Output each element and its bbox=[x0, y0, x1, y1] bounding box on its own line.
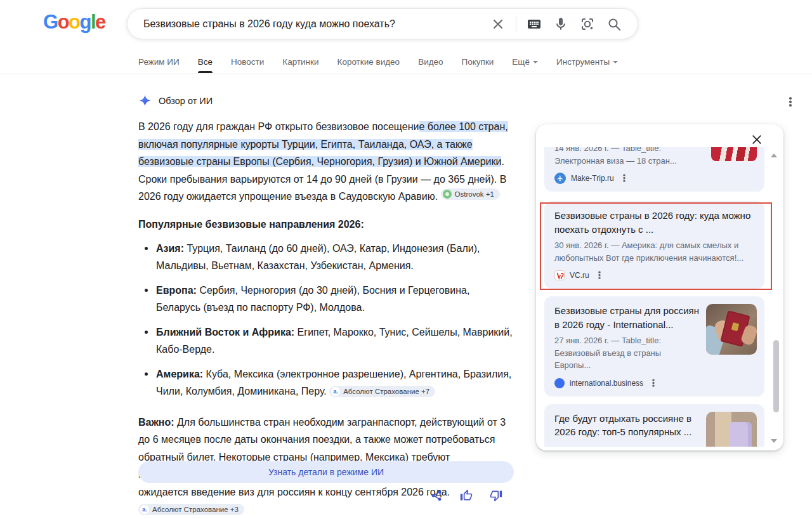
source-card[interactable]: 14 янв. 2026 г. — Table_title: Электронн… bbox=[544, 147, 764, 192]
card-source-row: VC.ru bbox=[554, 270, 754, 281]
card-title[interactable]: Безвизовые страны для россиян в 2026 год… bbox=[554, 304, 699, 331]
thumbnail-image bbox=[706, 412, 757, 447]
list-item: Европа: Сербия, Черногория (до 30 дней),… bbox=[138, 282, 514, 317]
source-card[interactable]: Безвизовые страны для россиян в 2026 год… bbox=[544, 296, 764, 397]
divider bbox=[516, 16, 516, 32]
source-card-clipped: 14 янв. 2026 г. — Table_title: Электронн… bbox=[544, 147, 764, 194]
ai-overview-paragraph: В 2026 году для граждан РФ открыто безви… bbox=[138, 118, 514, 206]
logo-letter: o bbox=[69, 11, 79, 33]
ai-overview-header: Обзор от ИИ bbox=[138, 94, 514, 107]
citation-chip-ostrovok[interactable]: Ostrovok +1 bbox=[441, 188, 500, 200]
card-snippet: 14 янв. 2026 г. — Table_title: Электронн… bbox=[554, 147, 707, 167]
card-menu-button[interactable] bbox=[595, 271, 603, 280]
card-title[interactable]: Безвизовые страны в 2026 году: куда можн… bbox=[554, 209, 754, 236]
logo-letter: l bbox=[91, 11, 95, 33]
logo-letter: e bbox=[95, 11, 105, 33]
tab-short-videos[interactable]: Короткие видео bbox=[337, 57, 400, 67]
thumbs-up-icon[interactable] bbox=[460, 489, 473, 502]
ostrovok-favicon-icon bbox=[443, 190, 452, 199]
citation-chip-absolut-2[interactable]: a.Абсолют Страхование +3 bbox=[138, 504, 244, 515]
card-source-row: Make-Trip.ru bbox=[554, 173, 754, 184]
maketrip-favicon-icon bbox=[554, 173, 566, 184]
search-input[interactable]: Безвизовые страны в 2026 году куда можно… bbox=[143, 18, 485, 30]
feedback-actions bbox=[138, 489, 514, 502]
list-item: Америка: Куба, Мексика (электронное разр… bbox=[138, 365, 514, 400]
chevron-down-icon bbox=[533, 61, 538, 63]
ai-mode-details-button[interactable]: Узнать детали в режиме ИИ bbox=[138, 461, 514, 483]
thumbnail-image bbox=[711, 147, 757, 161]
source-cards: 14 янв. 2026 г. — Table_title: Электронн… bbox=[544, 147, 764, 447]
tab-all[interactable]: Все bbox=[198, 57, 213, 67]
list-item: Азия: Турция, Таиланд (до 60 дней), ОАЭ,… bbox=[138, 240, 514, 275]
card-thumbnail[interactable] bbox=[711, 147, 757, 161]
tab-images[interactable]: Картинки bbox=[282, 57, 318, 67]
tab-more[interactable]: Ещё bbox=[512, 57, 538, 67]
tab-ai-mode[interactable]: Режим ИИ bbox=[138, 57, 180, 67]
section-subheading: Популярные безвизовые направления 2026: bbox=[138, 219, 514, 230]
lens-icon[interactable] bbox=[580, 16, 595, 32]
tab-tools[interactable]: Инструменты bbox=[556, 57, 618, 67]
list-item: Ближний Восток и Африка: Египет, Марокко… bbox=[138, 324, 514, 358]
chevron-down-icon bbox=[613, 61, 618, 63]
logo-letter: G bbox=[43, 11, 58, 33]
search-bar-icons bbox=[485, 16, 627, 32]
header-divider bbox=[0, 74, 812, 74]
card-title[interactable]: Где будут отдыхать россияне в 2026 году:… bbox=[554, 412, 699, 447]
ai-overview-label: Обзор от ИИ bbox=[159, 96, 213, 106]
card-source-name[interactable]: Make-Trip.ru bbox=[571, 174, 614, 183]
scroll-down-arrow-icon[interactable] bbox=[771, 439, 777, 443]
logo-letter: g bbox=[80, 11, 91, 33]
logo-letter: o bbox=[58, 11, 69, 33]
thumbnail-image bbox=[706, 304, 757, 355]
card-thumbnail[interactable] bbox=[706, 412, 757, 447]
sources-panel: 14 янв. 2026 г. — Table_title: Электронн… bbox=[536, 124, 783, 450]
clear-icon[interactable] bbox=[490, 16, 506, 32]
share-icon[interactable] bbox=[430, 489, 443, 502]
card-menu-button[interactable] bbox=[650, 378, 658, 388]
paragraph-text: В 2026 году для граждан РФ открыто безви… bbox=[138, 121, 419, 132]
tab-shopping[interactable]: Покупки bbox=[462, 57, 494, 67]
tab-news[interactable]: Новости bbox=[231, 57, 264, 67]
card-thumbnail[interactable] bbox=[706, 304, 757, 355]
ai-overview: Обзор от ИИ В 2026 году для граждан РФ о… bbox=[138, 94, 514, 518]
thumbs-down-icon[interactable] bbox=[490, 489, 502, 502]
vcru-favicon-icon bbox=[554, 270, 565, 280]
keyboard-icon[interactable] bbox=[527, 16, 542, 32]
scroll-up-arrow-icon[interactable] bbox=[771, 154, 777, 157]
card-source-name[interactable]: international.business bbox=[570, 379, 643, 388]
ai-sparkle-icon bbox=[138, 94, 152, 107]
card-snippet: 30 янв. 2026 г. — Америка: для самых сме… bbox=[554, 239, 754, 264]
source-card-highlighted[interactable]: Безвизовые страны в 2026 году: куда можн… bbox=[544, 201, 764, 289]
tab-videos[interactable]: Видео bbox=[418, 57, 443, 67]
card-menu-button[interactable] bbox=[620, 174, 628, 183]
overview-menu-button[interactable] bbox=[785, 96, 796, 108]
close-icon[interactable] bbox=[750, 133, 763, 146]
source-card[interactable]: Где будут отдыхать россияне в 2026 году:… bbox=[544, 404, 764, 447]
card-source-name[interactable]: VC.ru bbox=[570, 271, 589, 280]
scrollbar-thumb[interactable] bbox=[773, 340, 779, 412]
search-icon[interactable] bbox=[606, 16, 622, 32]
microphone-icon[interactable] bbox=[553, 16, 568, 32]
search-bar[interactable]: Безвизовые страны в 2026 году куда можно… bbox=[127, 8, 638, 39]
citation-chip-absolut[interactable]: a.Абсолют Страхование +7 bbox=[329, 386, 435, 397]
destinations-list: Азия: Турция, Таиланд (до 60 дней), ОАЭ,… bbox=[138, 240, 514, 400]
card-snippet: 27 янв. 2026 г. — Table_title: Безвизовы… bbox=[554, 334, 699, 372]
absolut-favicon-icon: a. bbox=[140, 505, 149, 514]
international-business-favicon-icon bbox=[554, 378, 565, 388]
search-tabs: Режим ИИ Все Новости Картинки Короткие в… bbox=[138, 57, 618, 67]
google-logo[interactable]: Google bbox=[43, 11, 105, 34]
card-source-row: international.business bbox=[554, 378, 754, 389]
absolut-favicon-icon: a. bbox=[331, 387, 340, 396]
page: Google Безвизовые страны в 2026 году куд… bbox=[0, 0, 812, 519]
